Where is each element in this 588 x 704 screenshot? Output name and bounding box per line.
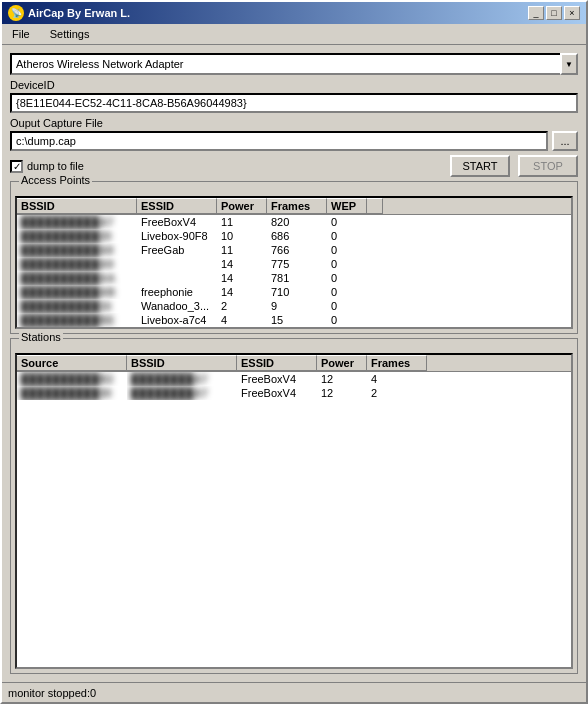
dump-to-file-checkbox[interactable]: ✓ [10,160,23,173]
ap-col-bssid[interactable]: BSSID [17,198,137,214]
ap-cell-essid [137,271,217,285]
title-buttons: _ □ × [528,6,580,20]
ap-cell-essid: FreeBoxV4 [137,215,217,229]
st-cell-power: 12 [317,386,367,400]
ap-cell-power: 11 [217,243,267,257]
browse-button[interactable]: ... [552,131,578,151]
ap-cell-essid: Livebox-a7c4 [137,313,217,327]
table-row[interactable]: ██████████AA 14 781 0 [17,271,571,285]
adapter-select-wrapper: Atheros Wireless Network Adapter ▼ [10,53,578,75]
stations-body[interactable]: ██████████B2 ████████A7 FreeBoxV4 12 4 █… [17,372,571,667]
ap-cell-bssid: ██████████16 [17,299,137,313]
close-button[interactable]: × [564,6,580,20]
ap-cell-frames: 9 [267,299,327,313]
ap-cell-frames: 775 [267,257,327,271]
ap-cell-power: 4 [217,313,267,327]
ap-cell-frames: 766 [267,243,327,257]
main-window: 📡 AirCap By Erwan L. _ □ × File Settings… [0,0,588,704]
ap-cell-frames: 686 [267,229,327,243]
ap-col-wep[interactable]: WEP [327,198,367,214]
ap-cell-wep: 0 [327,257,367,271]
table-row[interactable]: ██████████AB freephonie 14 710 0 [17,285,571,299]
ap-col-frames[interactable]: Frames [267,198,327,214]
ap-cell-bssid: ██████████A8 [17,243,137,257]
ap-col-essid[interactable]: ESSID [137,198,217,214]
st-cell-essid: FreeBoxV4 [237,372,317,386]
capture-file-input[interactable] [10,131,548,151]
table-row[interactable]: ██████████30 ████████A7 FreeBoxV4 12 2 [17,386,571,400]
ap-cell-power: 14 [217,257,267,271]
ap-cell-frames: 781 [267,271,327,285]
access-points-header: BSSID ESSID Power Frames WEP [17,198,571,215]
st-col-source[interactable]: Source [17,355,127,371]
ap-cell-bssid: ██████████20 [17,229,137,243]
st-cell-essid: FreeBoxV4 [237,386,317,400]
table-row[interactable]: ██████████A7 FreeBoxV4 11 820 0 [17,215,571,229]
st-cell-bssid: ████████A7 [127,386,237,400]
ap-cell-wep: 0 [327,229,367,243]
ap-cell-essid [137,257,217,271]
ap-cell-essid: Wanadoo_3... [137,299,217,313]
stations-header: Source BSSID ESSID Power Frames [17,355,571,372]
ap-cell-power: 11 [217,215,267,229]
st-cell-source: ██████████30 [17,386,127,400]
ap-cell-wep: 0 [327,215,367,229]
device-id-input[interactable] [10,93,578,113]
ap-cell-wep: 0 [327,243,367,257]
capture-file-row: ... [10,131,578,151]
ap-cell-power: 10 [217,229,267,243]
dump-to-file-text: dump to file [27,160,84,172]
table-row[interactable]: ██████████20 Livebox-90F8 10 686 0 [17,229,571,243]
dump-to-file-label[interactable]: ✓ dump to file [10,160,84,173]
ap-cell-bssid: ██████████AA [17,271,137,285]
status-bar: monitor stopped:0 [2,682,586,702]
controls-row: ✓ dump to file START STOP [10,155,578,177]
access-points-group: Access Points BSSID ESSID Power Frames W… [10,181,578,334]
table-row[interactable]: ██████████16 Wanadoo_3... 2 9 0 [17,299,571,313]
ap-scroll-header [367,198,383,214]
menu-bar: File Settings [2,24,586,45]
menu-settings[interactable]: Settings [44,26,96,42]
title-bar: 📡 AirCap By Erwan L. _ □ × [2,2,586,24]
st-col-power[interactable]: Power [317,355,367,371]
ap-cell-essid: freephonie [137,285,217,299]
st-col-frames[interactable]: Frames [367,355,427,371]
maximize-button[interactable]: □ [546,6,562,20]
ap-cell-bssid: ██████████BE [17,313,137,327]
ap-cell-bssid: ██████████A7 [17,215,137,229]
ap-cell-frames: 820 [267,215,327,229]
table-row[interactable]: ██████████BE Livebox-a7c4 4 15 0 [17,313,571,327]
ap-col-power[interactable]: Power [217,198,267,214]
main-content: Atheros Wireless Network Adapter ▼ Devic… [2,45,586,682]
st-col-essid[interactable]: ESSID [237,355,317,371]
ap-cell-wep: 0 [327,271,367,285]
table-row[interactable]: ██████████B2 ████████A7 FreeBoxV4 12 4 [17,372,571,386]
start-button[interactable]: START [450,155,510,177]
stations-label: Stations [19,331,63,343]
st-cell-power: 12 [317,372,367,386]
status-text: monitor stopped:0 [8,687,96,699]
stations-list: Source BSSID ESSID Power Frames ████████… [15,353,573,669]
table-row[interactable]: ██████████A9 14 775 0 [17,257,571,271]
ap-cell-essid: Livebox-90F8 [137,229,217,243]
ap-cell-power: 14 [217,285,267,299]
stop-button[interactable]: STOP [518,155,578,177]
device-id-group: DeviceID [10,79,578,113]
table-row[interactable]: ██████████A8 FreeGab 11 766 0 [17,243,571,257]
st-cell-bssid: ████████A7 [127,372,237,386]
capture-file-group: Ouput Capture File ... [10,117,578,151]
access-points-body[interactable]: ██████████A7 FreeBoxV4 11 820 0 ████████… [17,215,571,327]
st-col-bssid[interactable]: BSSID [127,355,237,371]
minimize-button[interactable]: _ [528,6,544,20]
ap-cell-wep: 0 [327,299,367,313]
stations-group: Stations Source BSSID ESSID Power Frames… [10,338,578,674]
capture-file-label: Ouput Capture File [10,117,578,129]
menu-file[interactable]: File [6,26,36,42]
ap-cell-power: 2 [217,299,267,313]
ap-cell-essid: FreeGab [137,243,217,257]
adapter-select[interactable]: Atheros Wireless Network Adapter [10,53,578,75]
ap-cell-wep: 0 [327,313,367,327]
device-id-label: DeviceID [10,79,578,91]
window-title: AirCap By Erwan L. [28,7,130,19]
ap-cell-wep: 0 [327,285,367,299]
